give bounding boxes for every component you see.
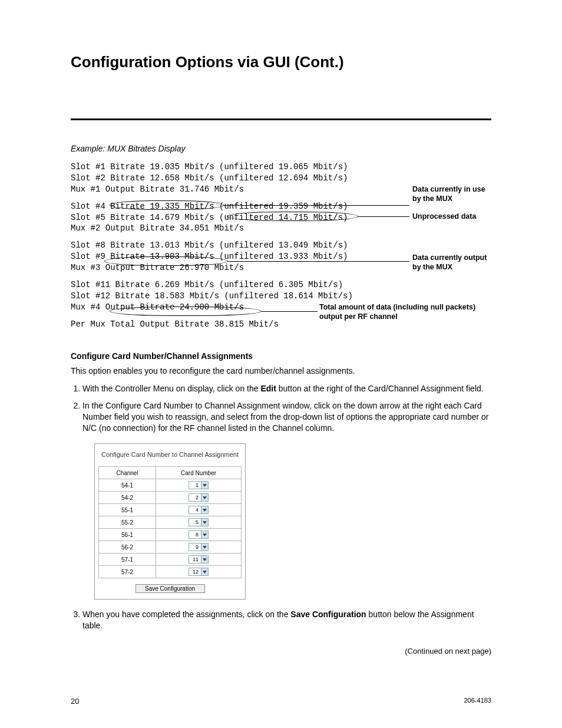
section-heading: Configure Card Number/Channel Assignment… xyxy=(71,351,491,361)
leader-line xyxy=(224,205,409,206)
intro-text: This option enables you to reconfigure t… xyxy=(71,365,491,377)
card-number-cell: 12 xyxy=(156,566,242,578)
svg-marker-3 xyxy=(203,521,207,523)
step-1: With the Controller Menu on display, cli… xyxy=(82,383,491,394)
channel-cell: 57-1 xyxy=(99,554,156,566)
card-number-cell: 9 xyxy=(156,541,242,554)
callout-label-total: Total amount of data (including null pac… xyxy=(319,303,490,321)
table-row: 55-14 xyxy=(99,504,242,516)
svg-marker-5 xyxy=(203,546,207,548)
callout-circle-total xyxy=(110,307,262,316)
card-number-cell: 2 xyxy=(156,492,242,504)
channel-cell: 57-2 xyxy=(99,566,156,578)
page-number: 20 xyxy=(71,697,79,706)
save-config-label: Save Configuration xyxy=(290,610,366,619)
table-row: 57-111 xyxy=(99,554,242,566)
leader-line xyxy=(262,311,318,312)
channel-cell: 56-1 xyxy=(99,529,156,541)
chevron-down-icon xyxy=(201,506,208,513)
chevron-down-icon xyxy=(201,568,208,575)
svg-marker-0 xyxy=(203,484,207,486)
card-number-select[interactable]: 5 xyxy=(189,518,209,526)
card-number-cell: 11 xyxy=(156,554,242,566)
svg-marker-1 xyxy=(203,496,207,499)
step-text: With the Controller Menu on display, cli… xyxy=(82,384,260,393)
steps-list-cont: When you have completed the assignments,… xyxy=(71,609,491,631)
callout-circle-bitrate xyxy=(110,200,224,210)
leader-line xyxy=(228,261,409,262)
svg-marker-7 xyxy=(203,571,207,573)
card-number-select[interactable]: 1 xyxy=(189,481,209,489)
table-row: 54-22 xyxy=(99,492,242,504)
chevron-down-icon xyxy=(201,531,208,538)
leader-line xyxy=(358,216,409,217)
step-3: When you have completed the assignments,… xyxy=(82,609,491,631)
chevron-down-icon xyxy=(201,519,208,526)
assignment-table: Channel Card Number 54-1154-2255-1455-25… xyxy=(98,466,242,578)
table-row: 54-11 xyxy=(99,479,242,492)
channel-cell: 55-2 xyxy=(99,516,156,529)
table-row: 56-29 xyxy=(99,541,242,554)
card-number-select[interactable]: 9 xyxy=(189,543,209,551)
card-number-cell: 8 xyxy=(156,529,242,541)
step-text: When you have completed the assignments,… xyxy=(82,610,290,619)
svg-marker-4 xyxy=(203,533,207,536)
callout-label-output: Data currently output by the MUX xyxy=(412,253,495,272)
page-title: Configuration Options via GUI (Cont.) xyxy=(71,53,491,71)
callout-label-unprocessed: Unprocessed data xyxy=(412,212,495,222)
doc-number: 206-4183 xyxy=(464,697,492,706)
card-number-select[interactable]: 12 xyxy=(189,568,209,576)
table-row: 56-18 xyxy=(99,529,242,541)
mux-bitrates-display: Slot #1 Bitrate 19.035 Mbit/s (unfiltere… xyxy=(71,162,491,330)
channel-cell: 54-2 xyxy=(99,492,156,504)
col-channel: Channel xyxy=(99,467,156,479)
continued-text: (Continued on next page) xyxy=(71,647,491,655)
callout-circle-output xyxy=(104,256,228,266)
divider xyxy=(71,118,491,120)
chevron-down-icon xyxy=(201,543,208,551)
callout-label-in-use: Data currently in use by the MUX xyxy=(412,185,489,203)
chevron-down-icon xyxy=(201,556,208,563)
callout-circle-unfiltered xyxy=(227,212,358,221)
table-row: 55-25 xyxy=(99,516,242,529)
card-number-select[interactable]: 11 xyxy=(189,555,209,564)
table-row: 57-212 xyxy=(99,566,242,578)
assignment-window: Configure Card Number to Channel Assignm… xyxy=(94,443,246,599)
window-title: Configure Card Number to Channel Assignm… xyxy=(98,451,242,458)
channel-cell: 56-2 xyxy=(99,541,156,554)
svg-marker-6 xyxy=(203,558,207,561)
channel-cell: 55-1 xyxy=(99,504,156,516)
step-2: In the Configure Card Number to Channel … xyxy=(82,400,491,434)
channel-cell: 54-1 xyxy=(99,479,156,492)
card-number-cell: 1 xyxy=(156,479,242,492)
steps-list: With the Controller Menu on display, cli… xyxy=(71,383,491,434)
card-number-cell: 4 xyxy=(156,504,242,516)
svg-marker-2 xyxy=(203,509,207,511)
card-number-select[interactable]: 2 xyxy=(189,493,209,502)
chevron-down-icon xyxy=(201,482,208,489)
card-number-cell: 5 xyxy=(156,516,242,529)
card-number-select[interactable]: 4 xyxy=(189,506,209,514)
card-number-select[interactable]: 8 xyxy=(189,531,209,539)
example-caption: Example: MUX Bitrates Display xyxy=(71,144,491,153)
edit-label: Edit xyxy=(260,384,276,393)
chevron-down-icon xyxy=(201,494,208,501)
step-text: button at the right of the Card/Channel … xyxy=(276,384,484,393)
save-configuration-button[interactable]: Save Configuration xyxy=(135,584,205,593)
page-footer: 20 206-4183 xyxy=(71,697,491,706)
col-card-number: Card Number xyxy=(156,467,242,479)
